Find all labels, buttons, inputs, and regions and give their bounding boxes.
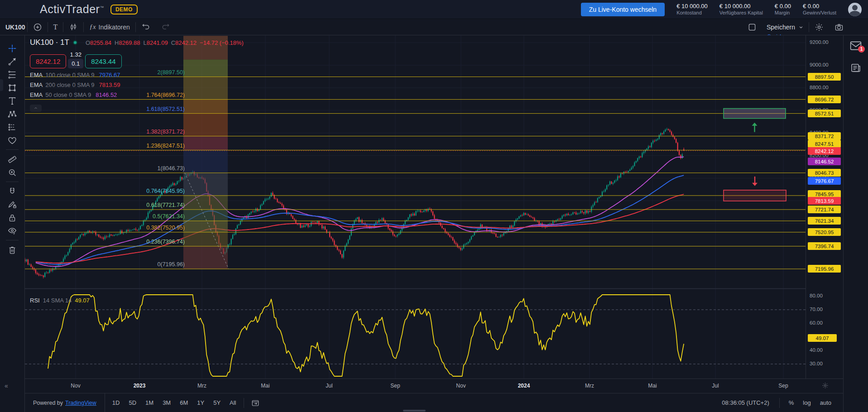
indicator-row-ema50[interactable]: EMA50 close 0 SMA 9 8146.52 (30, 91, 244, 98)
ruler-tool[interactable] (5, 153, 20, 166)
percent-scale-button[interactable]: % (785, 398, 798, 408)
fib-level-label: 0.5(7621.34) (153, 213, 185, 220)
switch-to-live-button[interactable]: Zu Live-Konto wechseln (581, 3, 665, 16)
symbol-button[interactable]: UK100 (5, 24, 25, 31)
price-tick: 8800.00 (810, 85, 829, 90)
interval-5y-button[interactable]: 5Y (210, 398, 224, 408)
go-to-date-button[interactable] (248, 397, 263, 409)
toolbar-drawer-handle[interactable] (0, 79, 3, 91)
time-label: Jul (712, 383, 719, 389)
tradingview-link[interactable]: TradingView (65, 400, 96, 406)
rsi-legend[interactable]: RSI 14 SMA 14 49.07 (30, 297, 90, 304)
fib-level-label: 1(8046.73) (158, 165, 185, 172)
layout-button[interactable] (742, 21, 762, 33)
app-logo: ActivTrader™ (40, 3, 104, 16)
camera-icon (834, 23, 844, 32)
fib-level-label: 0.764(7845.95) (146, 188, 185, 194)
price-badge-fib: 8897.50 (808, 73, 841, 81)
remove-all-icon (7, 245, 17, 255)
shapes-tool[interactable] (5, 81, 20, 94)
compare-add-symbol-button[interactable] (28, 21, 48, 33)
chart-type-button[interactable] (63, 21, 83, 33)
news-panel-icon (850, 62, 861, 73)
indicator-row-ema100[interactable]: EMA100 close 0 SMA 9 7976.67 (30, 72, 244, 78)
interval-5d-button[interactable]: 5D (125, 398, 140, 408)
undo-button[interactable] (136, 21, 156, 33)
stat-pnl: € 0.00Gewinn/Verlust (803, 3, 836, 16)
xabcd-pattern-tool[interactable] (5, 107, 20, 120)
zoom-in-icon (7, 168, 17, 177)
ruler-icon (7, 154, 17, 164)
news-panel-button[interactable] (850, 62, 861, 73)
toolbar-separator (6, 149, 19, 150)
buy-button[interactable]: 8243.44 (85, 54, 121, 68)
fib-level-label: 0.618(7721.74) (146, 202, 185, 208)
time-axis[interactable]: Nov2023MrzMaiJulSepNov2024MrzMaiJulSep (25, 378, 843, 393)
crosshair-tool[interactable] (5, 42, 20, 55)
fib-level-label: 1.382(8371.72) (146, 129, 185, 135)
magnet-icon (7, 187, 17, 196)
zoom-in-tool[interactable] (5, 166, 20, 179)
time-label: Mrz (585, 383, 594, 389)
emoji-heart-tool[interactable] (5, 134, 20, 147)
price-badge-ema50: 8146.52 (808, 158, 841, 165)
rsi-tick: 80.00 (810, 293, 823, 298)
interval-3m-button[interactable]: 3M (159, 398, 174, 408)
spread-value: 0.1 (68, 59, 83, 68)
price-badge-fib: 8046.73 (808, 169, 841, 177)
trendline-icon (7, 57, 17, 67)
rsi-value: 49.07 (75, 297, 90, 304)
interval-1d-button[interactable]: 1D (109, 398, 124, 408)
sell-button[interactable]: 8242.12 (30, 54, 66, 68)
gear-icon (815, 23, 824, 32)
time-label: Sep (778, 383, 788, 389)
rsi-tick: 70.00 (810, 307, 823, 312)
price-badge-fib: 8572.51 (808, 110, 841, 117)
time-label: Nov (71, 383, 80, 389)
price-axis[interactable]: 9200.009000.008800.008600.008400.008200.… (806, 35, 843, 378)
indicator-row-ema200[interactable]: EMA200 close 0 SMA 9 7813.59 (30, 81, 244, 88)
snapshot-button[interactable] (829, 21, 849, 33)
fib-retracement-tool[interactable] (5, 68, 20, 81)
legend-symbol-interval[interactable]: UK100 · 1T (30, 38, 69, 47)
chart-legend: UK100 · 1T O8255.84 H8269.88 L8241.09 C8… (30, 38, 244, 112)
user-avatar[interactable] (848, 3, 862, 16)
messages-button[interactable]: 1 (850, 41, 862, 51)
time-label: Mai (648, 383, 657, 389)
lock-all-tool[interactable] (5, 211, 20, 224)
price-tick: 9000.00 (810, 62, 829, 67)
interval-6m-button[interactable]: 6M (176, 398, 192, 408)
fx-icon: ƒx (89, 23, 96, 31)
price-badge-ema100: 7976.67 (808, 177, 841, 185)
interval-1y-button[interactable]: 1Y (193, 398, 208, 408)
candles-icon (69, 23, 78, 32)
log-scale-button[interactable]: log (799, 398, 814, 408)
gear-icon (822, 382, 829, 389)
interval-1m-button[interactable]: 1M (142, 398, 157, 408)
interval-all-button[interactable]: All (226, 398, 240, 408)
magnet-tool[interactable] (5, 185, 20, 198)
time-label: Mrz (197, 383, 206, 389)
redo-button[interactable] (156, 21, 176, 33)
lock-all-icon (7, 213, 17, 223)
chevron-up-icon (33, 105, 38, 111)
prediction-tool[interactable] (5, 120, 20, 134)
collapse-legend-button[interactable] (30, 105, 42, 112)
stat-margin: € 0.00Margin (775, 3, 791, 16)
pane-resize-handle[interactable] (403, 410, 426, 412)
clock[interactable]: 08:36:05 (UTC+2) (722, 399, 769, 406)
interval-button[interactable]: T (48, 21, 63, 33)
axis-settings-icon[interactable] (822, 382, 829, 389)
drawing-sync-tool[interactable] (5, 198, 20, 211)
spread-high: 1.32 (70, 51, 82, 58)
auto-scale-button[interactable]: auto (816, 398, 835, 408)
text-tool[interactable] (5, 94, 20, 107)
rsi-tick: 40.00 (810, 347, 823, 353)
save-layout-button[interactable]: Speichern Speichern (762, 24, 809, 31)
hide-all-tool[interactable] (5, 224, 20, 237)
chart-settings-button[interactable] (809, 21, 829, 33)
collapse-panel-icon[interactable]: « (5, 382, 8, 389)
trendline-tool[interactable] (5, 55, 20, 68)
indicators-button[interactable]: ƒx Indikatoren (84, 21, 135, 33)
remove-all-tool[interactable] (5, 243, 20, 256)
